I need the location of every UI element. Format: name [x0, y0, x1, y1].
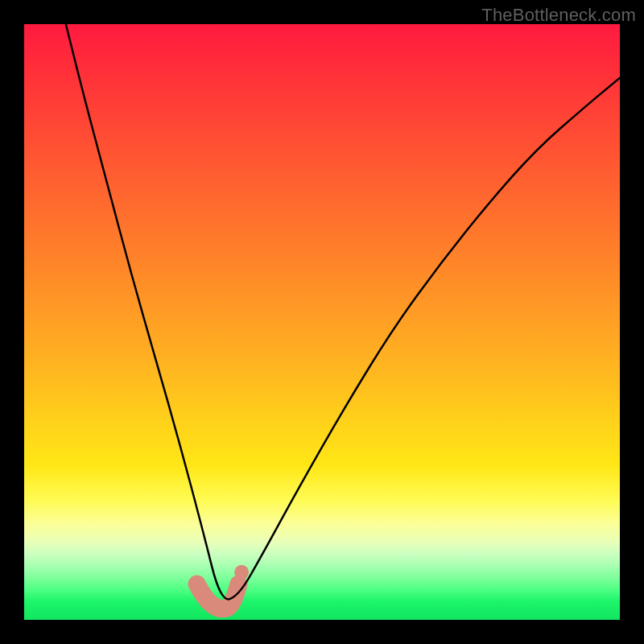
watermark-text: TheBottleneck.com: [481, 5, 636, 26]
chart-frame: TheBottleneck.com: [0, 0, 644, 644]
curve-layer: [24, 24, 620, 620]
bottleneck-curve: [66, 24, 620, 599]
plot-area: [24, 24, 620, 620]
optimal-highlight-dot: [234, 565, 249, 580]
